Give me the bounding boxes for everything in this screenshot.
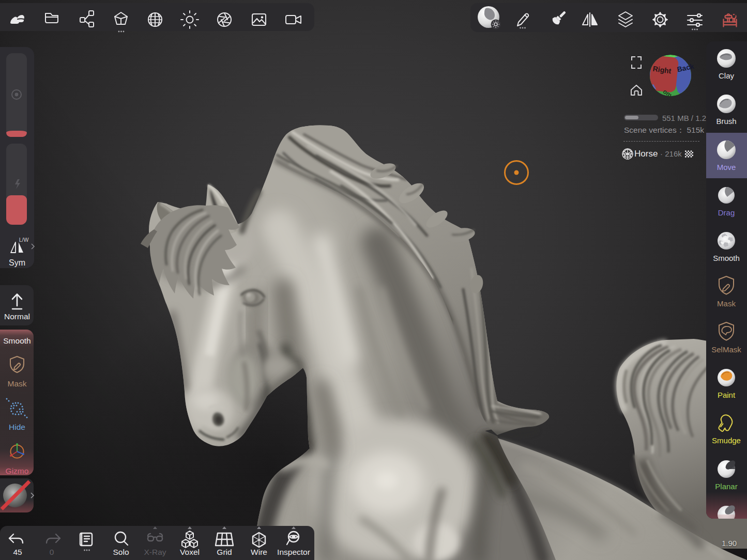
svg-text:Inspector: Inspector (277, 548, 310, 556)
svg-text:Move: Move (717, 163, 736, 172)
svg-text:Brush: Brush (716, 117, 736, 126)
svg-text:Drag: Drag (718, 208, 735, 217)
svg-text:Smooth: Smooth (3, 336, 31, 345)
svg-text:Wire: Wire (251, 548, 267, 556)
svg-text:Mask: Mask (717, 299, 736, 308)
svg-text:Solo: Solo (113, 548, 129, 556)
svg-text:Planar: Planar (715, 482, 737, 491)
svg-text:0: 0 (50, 548, 54, 556)
svg-text:Paint: Paint (718, 391, 736, 399)
svg-text:Mask: Mask (7, 379, 26, 388)
svg-text:Gizmo: Gizmo (6, 466, 29, 475)
svg-text:X-Ray: X-Ray (144, 548, 166, 556)
svg-text:Smooth: Smooth (713, 254, 740, 262)
svg-text:Clay: Clay (719, 71, 735, 80)
svg-text:SelMask: SelMask (711, 345, 741, 354)
svg-text:Voxel: Voxel (180, 548, 200, 556)
svg-text:L/W: L/W (19, 237, 29, 243)
svg-text:45: 45 (13, 548, 22, 556)
svg-text:Grid: Grid (217, 548, 232, 556)
svg-text:Hide: Hide (9, 423, 25, 431)
svg-text:Smudge: Smudge (712, 436, 741, 445)
svg-text:Sym: Sym (9, 258, 25, 267)
svg-text:Normal: Normal (4, 312, 30, 321)
